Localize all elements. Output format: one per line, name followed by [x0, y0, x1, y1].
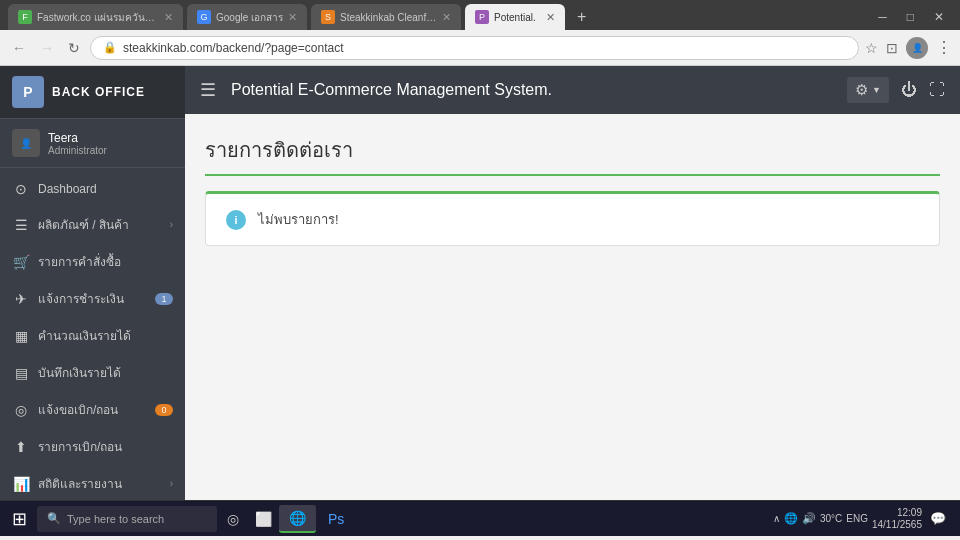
forward-button[interactable]: → — [36, 38, 58, 58]
chevron-right-icon: › — [170, 219, 173, 230]
tab-google[interactable]: G Google เอกสาร ✕ — [187, 4, 307, 30]
tab-close-icon[interactable]: ✕ — [546, 11, 555, 24]
nav-label: Dashboard — [38, 182, 173, 196]
ps-icon: Ps — [328, 511, 344, 527]
nav-label: คำนวณเงินรายได้ — [38, 326, 173, 345]
sidebar-item-orders[interactable]: 🛒 รายการคำสั่งซื้อ — [0, 243, 185, 280]
extensions-icon[interactable]: ⊡ — [886, 40, 898, 56]
temperature-text: 30°C — [820, 513, 842, 524]
language-text[interactable]: ENG — [846, 513, 868, 524]
sidebar-item-withdraw[interactable]: ⬆ รายการเบิก/ถอน — [0, 428, 185, 465]
restore-button[interactable]: □ — [899, 8, 922, 26]
nav-label: รายการเบิก/ถอน — [38, 437, 173, 456]
user-info: Teera Administrator — [48, 131, 107, 156]
withdraw-icon: ⬆ — [12, 439, 30, 455]
calculate-icon: ▦ — [12, 328, 30, 344]
sidebar-item-dashboard[interactable]: ⊙ Dashboard — [0, 172, 185, 206]
date-display: 14/11/2565 — [872, 519, 922, 531]
time-display: 12:09 — [897, 507, 922, 519]
tab-favicon: F — [18, 10, 32, 24]
alert-icon: i — [226, 210, 246, 230]
user-name: Teera — [48, 131, 107, 145]
nav-label: แจ้งขอเบิก/ถอน — [38, 400, 147, 419]
topbar: ☰ Potential E-Commerce Management System… — [185, 66, 960, 114]
taskbar-app-chrome[interactable]: 🌐 — [279, 505, 316, 533]
nav-label: สถิติและรายงาน — [38, 474, 162, 493]
tab-steak[interactable]: S Steakkinkab Cleanfood. ✕ — [311, 4, 461, 30]
user-avatar: 👤 — [12, 129, 40, 157]
chrome-icon: 🌐 — [289, 510, 306, 526]
network-icon[interactable]: 🌐 — [784, 512, 798, 525]
tab-close-icon[interactable]: ✕ — [164, 11, 173, 24]
sidebar: P BACK OFFICE 👤 Teera Administrator ⊙ Da… — [0, 66, 185, 500]
menu-icon[interactable]: ⋮ — [936, 38, 952, 57]
app-layout: P BACK OFFICE 👤 Teera Administrator ⊙ Da… — [0, 66, 960, 500]
tab-favicon: S — [321, 10, 335, 24]
dashboard-icon: ⊙ — [12, 181, 30, 197]
alert-text: ไม่พบรายการ! — [258, 209, 339, 230]
minimize-button[interactable]: ─ — [870, 8, 895, 26]
nav-label: รายการคำสั่งซื้อ — [38, 252, 173, 271]
topbar-actions: ⚙ ▼ ⏻ ⛶ — [847, 77, 945, 103]
products-icon: ☰ — [12, 217, 30, 233]
start-button[interactable]: ⊞ — [4, 506, 35, 532]
profile-avatar[interactable]: 👤 — [906, 37, 928, 59]
search-icon: 🔍 — [47, 512, 61, 525]
taskbar-icon-task-view[interactable]: ⬜ — [249, 505, 277, 533]
sidebar-item-products[interactable]: ☰ ผลิตภัณฑ์ / สินค้า › — [0, 206, 185, 243]
power-button[interactable]: ⏻ — [901, 81, 917, 99]
sidebar-header: P BACK OFFICE — [0, 66, 185, 119]
income-icon: ▤ — [12, 365, 30, 381]
volume-icon[interactable]: 🔊 — [802, 512, 816, 525]
reload-button[interactable]: ↻ — [64, 38, 84, 58]
sidebar-item-statistics[interactable]: 📊 สถิติและรายงาน › — [0, 465, 185, 500]
window-controls: ─ □ ✕ — [870, 8, 952, 30]
hamburger-button[interactable]: ☰ — [200, 79, 216, 101]
notification-icon[interactable]: 💬 — [926, 509, 950, 528]
taskbar-icon-cortana[interactable]: ◎ — [219, 505, 247, 533]
statistics-icon: 📊 — [12, 476, 30, 492]
fullscreen-button[interactable]: ⛶ — [929, 81, 945, 99]
new-tab-button[interactable]: + — [569, 8, 594, 30]
address-text: steakkinkab.com/backend/?page=contact — [123, 41, 343, 55]
clock[interactable]: 12:09 14/11/2565 — [872, 507, 922, 531]
sidebar-item-income[interactable]: ▤ บันทึกเงินรายได้ — [0, 354, 185, 391]
sidebar-item-payment[interactable]: ✈ แจ้งการชำระเงิน 1 — [0, 280, 185, 317]
tab-label: Fastwork.co แผ่นรมควันไก่แนยจีคุณ... — [37, 10, 159, 25]
taskbar-app-ps[interactable]: Ps — [318, 505, 354, 533]
tab-fastwork[interactable]: F Fastwork.co แผ่นรมควันไก่แนยจีคุณ... ✕ — [8, 4, 183, 30]
bookmark-icon[interactable]: ☆ — [865, 40, 878, 56]
nav-items: ⊙ Dashboard ☰ ผลิตภัณฑ์ / สินค้า › 🛒 ราย… — [0, 168, 185, 500]
payment-icon: ✈ — [12, 291, 30, 307]
settings-button[interactable]: ⚙ ▼ — [847, 77, 889, 103]
search-placeholder: Type here to search — [67, 513, 164, 525]
tab-potential[interactable]: P Potential. ✕ — [465, 4, 565, 30]
sidebar-logo: P — [12, 76, 44, 108]
settings-arrow: ▼ — [872, 85, 881, 95]
sidebar-item-calculate[interactable]: ▦ คำนวณเงินรายได้ — [0, 317, 185, 354]
chevron-right-icon: › — [170, 478, 173, 489]
tab-label: Potential. — [494, 12, 541, 23]
address-input[interactable]: 🔒 steakkinkab.com/backend/?page=contact — [90, 36, 859, 60]
address-bar: ← → ↻ 🔒 steakkinkab.com/backend/?page=co… — [0, 30, 960, 66]
tray-up-arrow[interactable]: ∧ — [773, 513, 780, 524]
tab-close-icon[interactable]: ✕ — [442, 11, 451, 24]
nav-label: บันทึกเงินรายได้ — [38, 363, 173, 382]
sidebar-item-notify-cancel[interactable]: ◎ แจ้งขอเบิก/ถอน 0 — [0, 391, 185, 428]
close-button[interactable]: ✕ — [926, 8, 952, 26]
tab-favicon: G — [197, 10, 211, 24]
nav-label: แจ้งการชำระเงิน — [38, 289, 147, 308]
system-tray: ∧ 🌐 🔊 30°C ENG 12:09 14/11/2565 💬 — [767, 507, 956, 531]
browser-chrome: F Fastwork.co แผ่นรมควันไก่แนยจีคุณ... ✕… — [0, 0, 960, 30]
tab-close-icon[interactable]: ✕ — [288, 11, 297, 24]
settings-icon: ⚙ — [855, 81, 868, 99]
search-bar[interactable]: 🔍 Type here to search — [37, 506, 217, 532]
alert-info: i ไม่พบรายการ! — [205, 191, 940, 246]
user-role: Administrator — [48, 145, 107, 156]
tab-label: Google เอกสาร — [216, 10, 283, 25]
payment-badge: 1 — [155, 293, 173, 305]
tab-favicon: P — [475, 10, 489, 24]
page-body: รายการติดต่อเรา i ไม่พบรายการ! — [185, 114, 960, 500]
sidebar-user: 👤 Teera Administrator — [0, 119, 185, 168]
back-button[interactable]: ← — [8, 38, 30, 58]
